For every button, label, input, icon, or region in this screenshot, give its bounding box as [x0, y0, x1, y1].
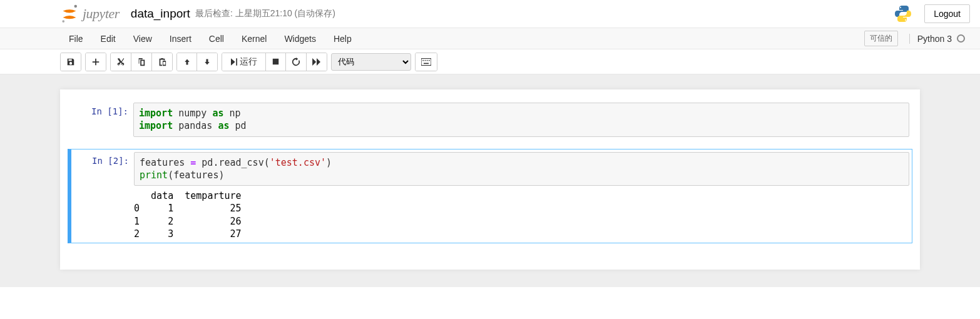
- interrupt-button[interactable]: [266, 53, 286, 71]
- insert-cell-button[interactable]: [86, 53, 106, 71]
- paste-icon: [158, 58, 166, 66]
- fast-forward-icon: [312, 58, 321, 66]
- restart-run-all-button[interactable]: [307, 53, 327, 71]
- svg-rect-6: [427, 59, 428, 61]
- notebook-name[interactable]: data_inport: [131, 7, 190, 21]
- svg-point-1: [62, 20, 64, 23]
- input-prompt: In [1]:: [71, 103, 133, 137]
- code-cell[interactable]: In [1]:import numpy as np import pandas …: [68, 99, 912, 140]
- jupyter-planet-icon: [60, 4, 79, 24]
- jupyter-logo-text: jupyter: [83, 6, 120, 22]
- code-cell[interactable]: In [2]:features = pd.read_csv('test.csv'…: [68, 149, 912, 244]
- menu-insert[interactable]: Insert: [161, 29, 200, 48]
- logout-button[interactable]: Logout: [924, 4, 970, 23]
- command-palette-button[interactable]: [416, 53, 437, 71]
- move-down-button[interactable]: [197, 53, 217, 71]
- menu-file[interactable]: File: [60, 29, 92, 48]
- kernel-idle-icon[interactable]: [957, 34, 965, 43]
- cut-button[interactable]: [111, 53, 131, 71]
- menu-widgets[interactable]: Widgets: [275, 29, 325, 48]
- header-bar: jupyter data_inport 最后检查: 上星期五21:10 (自动保…: [0, 0, 980, 28]
- keyboard-icon: [421, 58, 431, 66]
- menubar: FileEditViewInsertCellKernelWidgetsHelp …: [0, 28, 980, 49]
- plus-icon: [91, 58, 100, 66]
- save-icon: [66, 58, 75, 66]
- menu-help[interactable]: Help: [325, 29, 360, 48]
- arrow-up-icon: [183, 58, 191, 66]
- checkpoint-status: 最后检查: 上星期五21:10 (自动保存): [195, 8, 335, 19]
- notebook-container: In [1]:import numpy as np import pandas …: [60, 89, 920, 270]
- cell-body: features = pd.read_csv('test.csv') print…: [134, 152, 909, 241]
- play-step-icon: [231, 58, 237, 66]
- scissors-icon: [116, 58, 125, 66]
- save-button[interactable]: [61, 53, 81, 71]
- copy-icon: [137, 58, 146, 66]
- cell-body: import numpy as np import pandas as pd: [133, 103, 909, 137]
- code-input[interactable]: import numpy as np import pandas as pd: [133, 103, 909, 137]
- stop-icon: [272, 58, 279, 65]
- kernel-name: Python 3: [917, 34, 952, 44]
- svg-rect-3: [421, 58, 431, 65]
- trust-button[interactable]: 可信的: [864, 31, 898, 46]
- svg-rect-7: [429, 59, 430, 61]
- cell-output: data temparture 0 1 25 1 2 26 2 3 27: [134, 186, 909, 240]
- run-button[interactable]: 运行: [222, 53, 266, 71]
- svg-rect-8: [424, 63, 429, 64]
- kernel-indicator: Python 3: [909, 34, 970, 44]
- jupyter-logo[interactable]: jupyter: [60, 4, 120, 24]
- input-prompt: In [2]:: [71, 152, 134, 241]
- menu-kernel[interactable]: Kernel: [233, 29, 275, 48]
- arrow-down-icon: [203, 58, 211, 66]
- notebook-area[interactable]: In [1]:import numpy as np import pandas …: [0, 74, 980, 287]
- toolbar: 运行 代码Markdown原生 NBConvert标题: [0, 49, 980, 74]
- move-up-button[interactable]: [177, 53, 197, 71]
- code-input[interactable]: features = pd.read_csv('test.csv') print…: [134, 152, 909, 186]
- run-button-label: 运行: [240, 56, 257, 68]
- menu-cell[interactable]: Cell: [200, 29, 233, 48]
- python-logo-icon: [893, 4, 913, 24]
- svg-point-0: [74, 5, 78, 8]
- svg-rect-4: [422, 59, 424, 61]
- svg-rect-2: [273, 59, 278, 64]
- restart-button[interactable]: [286, 53, 307, 71]
- restart-icon: [292, 58, 300, 66]
- menu-view[interactable]: View: [125, 29, 161, 48]
- cell-type-select[interactable]: 代码Markdown原生 NBConvert标题: [331, 53, 411, 71]
- copy-button[interactable]: [131, 53, 152, 71]
- paste-button[interactable]: [152, 53, 172, 71]
- svg-rect-5: [425, 59, 426, 61]
- menu-edit[interactable]: Edit: [92, 29, 125, 48]
